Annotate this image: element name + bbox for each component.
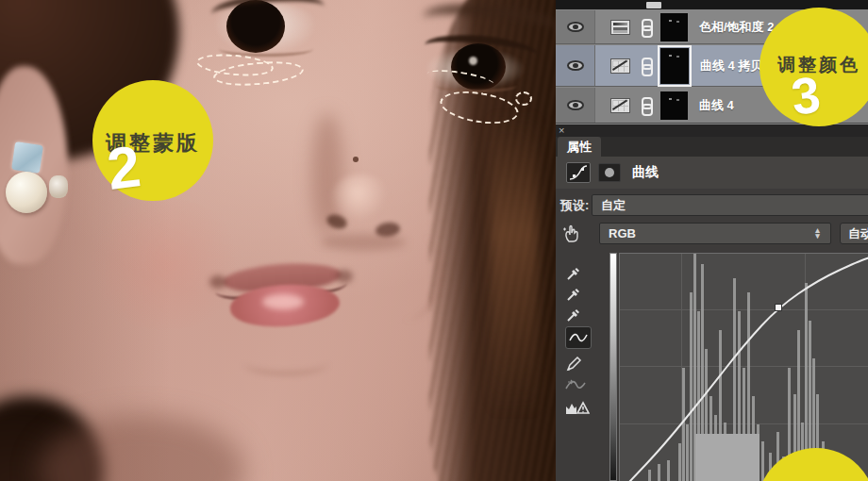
layer-mask-thumbnail-selected[interactable] xyxy=(660,48,689,84)
eye-icon[interactable] xyxy=(567,22,584,32)
mole xyxy=(353,157,359,162)
curves-panel-icon[interactable] xyxy=(566,162,591,183)
annotation-circle-color: 调整颜色 3 xyxy=(760,8,868,126)
link-mask-icon xyxy=(640,97,652,113)
preset-value: 自定 xyxy=(601,198,626,212)
targeted-adjustment-icon[interactable] xyxy=(561,223,590,245)
pencil-tool-icon[interactable] xyxy=(565,353,593,375)
curves-adjustment-icon[interactable] xyxy=(610,58,630,74)
layer-name[interactable]: 曲线 4 xyxy=(699,97,734,114)
white-point-eyedropper-icon[interactable] xyxy=(565,304,593,326)
close-icon[interactable]: × xyxy=(559,124,564,137)
black-point-eyedropper-icon[interactable] xyxy=(565,262,593,285)
layer-mask-thumbnail[interactable] xyxy=(660,13,688,41)
panels-column: 色相/饱和度 2 曲线 4 拷贝 曲线 4 调整颜色 3 xyxy=(556,0,868,481)
preset-label: 预设: xyxy=(560,197,589,214)
mask-paint-dots xyxy=(669,55,672,57)
layer-mask-thumbnail[interactable] xyxy=(660,91,688,120)
properties-panel: × 属性 曲线 预设: 自定 RGB xyxy=(556,124,868,481)
visibility-cell[interactable] xyxy=(556,45,595,86)
channel-value: RGB xyxy=(609,226,636,240)
eye-icon[interactable] xyxy=(567,60,584,71)
chin-crease xyxy=(243,351,328,375)
mask-circle xyxy=(605,168,614,177)
visibility-cell[interactable] xyxy=(556,88,595,123)
link-mask-icon xyxy=(640,19,652,35)
hue-saturation-adjustment-icon[interactable] xyxy=(610,20,630,35)
tab-properties[interactable]: 属性 xyxy=(558,137,601,157)
layer-name[interactable]: 曲线 4 拷贝 xyxy=(700,58,762,75)
smooth-curve-tool-icon[interactable] xyxy=(565,373,593,396)
nose-tip xyxy=(332,174,389,220)
pearl-earring xyxy=(6,172,47,213)
curves-tool-column xyxy=(556,247,607,481)
curves-adjustment-icon[interactable] xyxy=(610,98,630,113)
annotation-number: 2 xyxy=(104,137,143,199)
panel-tab-bar: 属性 xyxy=(556,137,868,157)
lip-highlight xyxy=(262,294,304,309)
layer-name[interactable]: 色相/饱和度 2 xyxy=(699,19,774,36)
nose-base-shadow xyxy=(321,234,406,251)
hair-highlight xyxy=(491,113,538,415)
mask-paint-dots xyxy=(669,20,672,22)
photoshop-tutorial-screenshot: 调整蒙版 2 色相/饱和度 2 曲线 4 拷贝 xyxy=(0,0,868,481)
tone-curve[interactable] xyxy=(620,254,868,481)
eye-icon[interactable] xyxy=(567,100,584,110)
visibility-cell[interactable] xyxy=(556,10,595,43)
gray-point-eyedropper-icon[interactable] xyxy=(565,283,593,306)
adjustment-header: 曲线 xyxy=(556,157,868,189)
cheek-blush xyxy=(85,198,245,330)
curve-control-point[interactable] xyxy=(775,304,782,311)
layer-thumbnail xyxy=(646,2,661,8)
mouth-corner xyxy=(336,270,353,283)
annotation-circle-mask: 调整蒙版 2 xyxy=(92,80,213,201)
mask-paint-dots xyxy=(669,98,672,100)
luminance-gradient-bar xyxy=(609,253,617,481)
clipping-warning-icon[interactable] xyxy=(565,396,593,419)
curve-point-tool-icon[interactable] xyxy=(565,326,592,349)
annotation-number: 3 xyxy=(789,68,823,122)
earring xyxy=(11,141,43,174)
mouth-corner xyxy=(209,275,226,289)
auto-button[interactable]: 自动 xyxy=(840,223,868,244)
link-mask-icon xyxy=(640,58,652,74)
preset-dropdown[interactable]: 自定 xyxy=(592,194,868,216)
preset-row: 预设: 自定 xyxy=(556,192,868,219)
mask-panel-icon[interactable] xyxy=(598,163,621,182)
marching-ants-selection xyxy=(515,91,532,106)
channel-dropdown[interactable]: RGB ▴▾ xyxy=(599,223,831,244)
earring-crystal xyxy=(49,175,68,198)
curve-grid[interactable]: 调整曲线 1 xyxy=(619,253,868,481)
channel-row: RGB ▴▾ 自动 xyxy=(556,221,868,247)
canvas-photo: 调整蒙版 2 xyxy=(0,0,556,481)
adjustment-title: 曲线 xyxy=(632,164,659,181)
layers-panel: 色相/饱和度 2 曲线 4 拷贝 曲线 4 调整颜色 3 xyxy=(556,0,868,124)
dropdown-stepper-icon[interactable]: ▴▾ xyxy=(811,227,824,240)
